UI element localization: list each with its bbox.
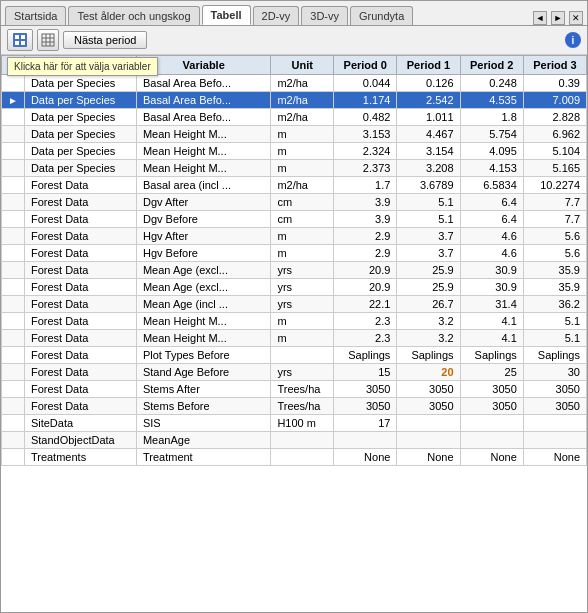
table-row[interactable]: Forest DataStems BeforeTrees/ha305030503… bbox=[2, 398, 587, 415]
tab-test-alder[interactable]: Test ålder och ungskog bbox=[68, 6, 199, 25]
nav-close-button[interactable]: ✕ bbox=[569, 11, 583, 25]
cell-period-0: 2.9 bbox=[334, 228, 397, 245]
cell-data-source: Forest Data bbox=[24, 398, 136, 415]
table-row[interactable]: Forest DataStand Age Beforeyrs15202530 bbox=[2, 364, 587, 381]
table-row[interactable]: Data per SpeciesMean Height M...m2.3243.… bbox=[2, 143, 587, 160]
next-period-button[interactable]: Nästa period bbox=[63, 31, 147, 49]
table-row[interactable]: Forest DataMean Height M...m2.33.24.15.1 bbox=[2, 330, 587, 347]
table-row[interactable]: Data per SpeciesMean Height M...m3.1534.… bbox=[2, 126, 587, 143]
cell-data-source: Data per Species bbox=[24, 160, 136, 177]
table-row[interactable]: Forest DataDgv Beforecm3.95.16.47.7 bbox=[2, 211, 587, 228]
cell-variable: Stems After bbox=[136, 381, 270, 398]
table-row[interactable]: Forest DataHgv Beforem2.93.74.65.6 bbox=[2, 245, 587, 262]
info-icon[interactable]: i bbox=[565, 32, 581, 48]
cell-period-2: 6.5834 bbox=[460, 177, 523, 194]
row-arrow bbox=[2, 364, 25, 381]
secondary-icon-button[interactable] bbox=[37, 29, 59, 51]
cell-unit: yrs bbox=[271, 262, 334, 279]
row-arrow bbox=[2, 126, 25, 143]
table-row[interactable]: Data per SpeciesMean Height M...m2.3733.… bbox=[2, 160, 587, 177]
tab-tabell[interactable]: Tabell bbox=[202, 5, 251, 25]
table-row[interactable]: Data per SpeciesBasal Area Befo...m2/ha0… bbox=[2, 109, 587, 126]
col-period3: Period 3 bbox=[523, 56, 586, 75]
cell-variable: MeanAge bbox=[136, 432, 270, 449]
cell-period-1: 25.9 bbox=[397, 279, 460, 296]
variable-selector-container: Klicka här för att välja variabler bbox=[7, 29, 33, 51]
cell-period-2: 3050 bbox=[460, 398, 523, 415]
cell-data-source: Forest Data bbox=[24, 381, 136, 398]
cell-period-2: 4.6 bbox=[460, 228, 523, 245]
cell-period-3: 7.7 bbox=[523, 194, 586, 211]
cell-data-source: StandObjectData bbox=[24, 432, 136, 449]
table-row[interactable]: Forest DataHgv Afterm2.93.74.65.6 bbox=[2, 228, 587, 245]
cell-data-source: Forest Data bbox=[24, 228, 136, 245]
cell-period-2: 4.1 bbox=[460, 313, 523, 330]
table-row[interactable]: Forest DataMean Age (incl ...yrs22.126.7… bbox=[2, 296, 587, 313]
cell-unit: Trees/ha bbox=[271, 398, 334, 415]
table-row[interactable]: Forest DataStems AfterTrees/ha3050305030… bbox=[2, 381, 587, 398]
table-row[interactable]: TreatmentsTreatmentNoneNoneNoneNone bbox=[2, 449, 587, 466]
cell-unit: m bbox=[271, 143, 334, 160]
cell-period-0: 17 bbox=[334, 415, 397, 432]
cell-period-3 bbox=[523, 432, 586, 449]
cell-period-1: 3.6789 bbox=[397, 177, 460, 194]
cell-period-2: 1.8 bbox=[460, 109, 523, 126]
table-row[interactable]: Forest DataDgv Aftercm3.95.16.47.7 bbox=[2, 194, 587, 211]
svg-rect-3 bbox=[15, 41, 19, 45]
cell-unit: m bbox=[271, 313, 334, 330]
cell-data-source: Forest Data bbox=[24, 313, 136, 330]
nav-prev-button[interactable]: ◄ bbox=[533, 11, 547, 25]
row-arrow bbox=[2, 381, 25, 398]
cell-period-3: 0.39 bbox=[523, 75, 586, 92]
cell-data-source: Forest Data bbox=[24, 347, 136, 364]
cell-period-3: 7.009 bbox=[523, 92, 586, 109]
cell-period-3: 7.7 bbox=[523, 211, 586, 228]
row-arrow bbox=[2, 211, 25, 228]
tab-2d-vy[interactable]: 2D-vy bbox=[253, 6, 300, 25]
table-row[interactable]: ►Data per SpeciesBasal Area Befo...m2/ha… bbox=[2, 92, 587, 109]
cell-period-1: 3.2 bbox=[397, 313, 460, 330]
cell-unit: m bbox=[271, 126, 334, 143]
cell-period-0: 20.9 bbox=[334, 279, 397, 296]
table-row[interactable]: Forest DataMean Age (excl...yrs20.925.93… bbox=[2, 262, 587, 279]
tab-grundyta[interactable]: Grundyta bbox=[350, 6, 413, 25]
row-arrow bbox=[2, 75, 25, 92]
cell-variable: Plot Types Before bbox=[136, 347, 270, 364]
cell-period-1: 3.2 bbox=[397, 330, 460, 347]
row-arrow bbox=[2, 245, 25, 262]
table-row[interactable]: Forest DataMean Age (excl...yrs20.925.93… bbox=[2, 279, 587, 296]
cell-period-2: 4.095 bbox=[460, 143, 523, 160]
tab-3d-vy[interactable]: 3D-vy bbox=[301, 6, 348, 25]
row-arrow bbox=[2, 228, 25, 245]
row-arrow bbox=[2, 177, 25, 194]
table-row[interactable]: Forest DataPlot Types BeforeSaplingsSapl… bbox=[2, 347, 587, 364]
cell-variable: Dgv Before bbox=[136, 211, 270, 228]
cell-period-1: 26.7 bbox=[397, 296, 460, 313]
cell-period-0: 0.044 bbox=[334, 75, 397, 92]
table-row[interactable]: Data per SpeciesBasal Area Befo...m2/ha0… bbox=[2, 75, 587, 92]
cell-unit bbox=[271, 432, 334, 449]
variable-selector-button[interactable] bbox=[7, 29, 33, 51]
cell-unit: yrs bbox=[271, 364, 334, 381]
row-arrow bbox=[2, 313, 25, 330]
cell-unit: m2/ha bbox=[271, 177, 334, 194]
table-row[interactable]: Forest DataMean Height M...m2.33.24.15.1 bbox=[2, 313, 587, 330]
cell-unit: m bbox=[271, 330, 334, 347]
cell-period-0: 2.3 bbox=[334, 313, 397, 330]
nav-next-button[interactable]: ► bbox=[551, 11, 565, 25]
cell-period-3: 36.2 bbox=[523, 296, 586, 313]
cell-period-1: 3050 bbox=[397, 398, 460, 415]
cell-data-source: Data per Species bbox=[24, 109, 136, 126]
table-row[interactable]: Forest DataBasal area (incl ...m2/ha1.73… bbox=[2, 177, 587, 194]
cell-unit: m2/ha bbox=[271, 109, 334, 126]
cell-period-1: 3.7 bbox=[397, 245, 460, 262]
table-area[interactable]: Data Source Variable Unit Period 0 Perio… bbox=[1, 55, 587, 612]
svg-rect-4 bbox=[21, 41, 25, 45]
cell-period-3: 3050 bbox=[523, 398, 586, 415]
cell-period-3: 35.9 bbox=[523, 279, 586, 296]
row-arrow bbox=[2, 109, 25, 126]
table-row[interactable]: StandObjectDataMeanAge bbox=[2, 432, 587, 449]
tab-startsida[interactable]: Startsida bbox=[5, 6, 66, 25]
cell-period-0: 2.324 bbox=[334, 143, 397, 160]
table-row[interactable]: SiteDataSISH100 m17 bbox=[2, 415, 587, 432]
